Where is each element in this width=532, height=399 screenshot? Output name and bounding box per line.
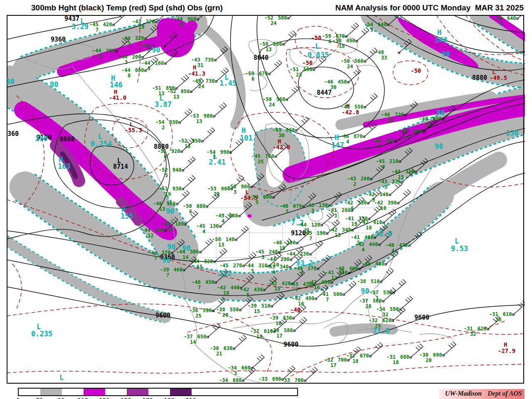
colorbar-tick-label: 0: [16, 397, 20, 399]
colorbar-tick-label: 130: [99, 397, 109, 399]
colorbar-segment: [170, 389, 192, 395]
branding-org: UW-Madison: [445, 390, 482, 397]
colorbar-segment: [40, 389, 62, 395]
colorbar-tick-label: 110: [77, 397, 88, 399]
branding-badge: UW-MadisonDept of AOS: [439, 389, 525, 399]
page-title: 300mb Hght (black) Temp (red) Spd (shd) …: [31, 3, 223, 12]
colorbar-segment: [192, 389, 297, 395]
colorbar-segment: [84, 389, 105, 395]
colorbar-tick-label: 210: [185, 397, 196, 399]
colorbar-segment: [127, 389, 148, 395]
speed-colorbar-ticks: 07090110130150170190210: [0, 397, 316, 399]
colorbar-tick-label: 90: [58, 397, 65, 399]
weather-analysis-page: 300mb Hght (black) Temp (red) Spd (shd) …: [0, 0, 532, 399]
colorbar-tick-label: 70: [36, 397, 43, 399]
analysis-time-title: NAM Analysis for 0000 UTC Monday MAR 31 …: [335, 3, 524, 12]
speed-colorbar: [18, 388, 298, 396]
map-border: [7, 15, 524, 384]
colorbar-segment: [105, 389, 127, 395]
colorbar-tick-label: 150: [121, 397, 131, 399]
colorbar-tick-label: 170: [142, 397, 153, 399]
colorbar-segment: [148, 389, 170, 395]
branding-dept: Dept of AOS: [488, 390, 522, 397]
colorbar-segment: [62, 389, 84, 395]
colorbar-segment: [19, 389, 40, 395]
colorbar-tick-label: 190: [164, 397, 174, 399]
